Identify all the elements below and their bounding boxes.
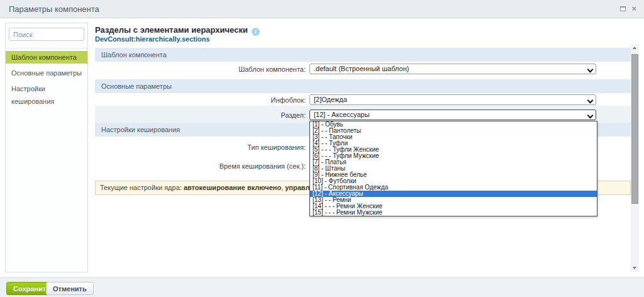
section-field-label: Раздел: [95,111,306,119]
section-select[interactable]: [12] - Аксессуары [309,109,596,120]
section-header-main-params: Основные параметры [95,79,631,93]
component-name-link[interactable]: DevConsult:hierarchically.sections [95,35,210,43]
iblock-select[interactable]: [2]Одежда [309,94,596,105]
template-field-label: Шаблон компонента: [95,65,306,73]
settings-sidebar: Шаблон компонента Основные параметры Нас… [5,23,88,272]
sidebar-item[interactable]: Основные параметры [6,67,87,79]
cache-time-label: Время кеширования (сек.): [95,162,306,170]
page-title: Разделы с элементами иерархическиi [95,25,260,36]
dropdown-option[interactable]: [3] - - Тапочки [310,134,597,140]
chevron-down-icon [587,113,592,118]
dropdown-option[interactable]: [2] - - Пантолеты [310,128,597,134]
scrollbar-thumb[interactable] [631,54,638,204]
vertical-scrollbar[interactable] [631,44,639,272]
dropdown-option[interactable]: [12] - Аксессуары [310,191,597,197]
section-header-template: Шаблон компонента [95,48,631,62]
chevron-down-icon [587,98,592,103]
template-select[interactable]: .default (Встроенный шаблон) [309,64,596,74]
scroll-up-icon[interactable] [631,44,639,52]
search-input[interactable] [9,28,84,41]
cache-type-label: Тип кеширования: [95,143,306,151]
close-icon[interactable]: × [631,5,636,12]
section-select-dropdown: [1] - Обувь [2] - - Пантолеты [3] - - Та… [309,121,597,216]
scroll-down-icon[interactable] [631,264,639,272]
dropdown-option[interactable]: [6] - - - Туфли Мужские [310,153,597,159]
dropdown-option[interactable]: [7] - Платья [310,159,597,165]
sidebar-item[interactable]: Настройки кеширования [6,82,87,95]
sidebar-nav: Шаблон компонента Основные параметры Нас… [6,51,87,98]
iblock-field-label: Инфоблок: [95,96,306,104]
dialog-footer: Сохранить Отменить [0,277,644,297]
sidebar-divider [6,48,87,48]
sidebar-item[interactable]: Шаблон компонента [6,51,87,64]
info-icon[interactable]: i [252,28,260,36]
cancel-button[interactable]: Отменить [46,282,94,295]
chevron-down-icon [587,67,592,72]
main-panel: Разделы с элементами иерархическиi DevCo… [95,0,631,297]
dialog-title: Параметры компонента [9,4,99,14]
dropdown-option[interactable]: [15] - - - Ремни Мужские [310,210,597,216]
component-parameters-dialog: Параметры компонента × Шаблон компонента… [0,0,644,297]
